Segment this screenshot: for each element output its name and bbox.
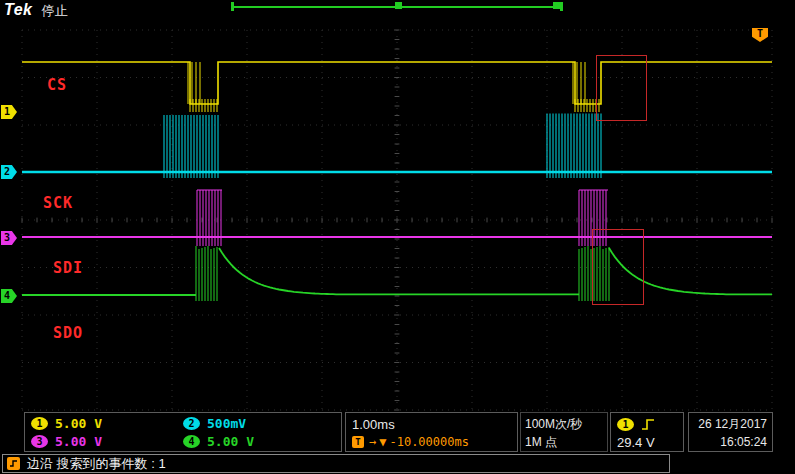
horizontal-readout[interactable]: 1.00ms T → ▼ -10.00000ms xyxy=(345,412,518,452)
channel-2-readout[interactable]: 2 500mV xyxy=(183,414,335,432)
channel-3-readout[interactable]: 3 5.00 V xyxy=(31,432,183,450)
trigger-level: 29.4 V xyxy=(617,435,655,450)
signal-label-sck: SCK xyxy=(43,194,73,212)
horizontal-delay-value: -10.00000ms xyxy=(389,435,468,449)
waveform-graticule xyxy=(0,0,795,474)
signal-label-sdo: SDO xyxy=(53,324,83,342)
time-text: 16:05:24 xyxy=(720,435,767,449)
acquisition-readout: 100M次/秒 1M 点 xyxy=(520,412,608,452)
channel-4-readout[interactable]: 4 5.00 V xyxy=(183,432,335,450)
record-view-bar xyxy=(0,0,795,14)
arrow-right-icon: → xyxy=(369,435,376,449)
channel-1-readout[interactable]: 1 5.00 V xyxy=(31,414,183,432)
channel-4-scale: 5.00 V xyxy=(207,434,254,449)
channel-scale-readouts: 1 5.00 V 2 500mV 3 5.00 V 4 5.00 V xyxy=(24,412,342,452)
trigger-t-icon: T xyxy=(352,436,364,448)
datetime-readout: 26 12月2017 16:05:24 xyxy=(688,412,773,452)
readout-bar: 1 5.00 V 2 500mV 3 5.00 V 4 5.00 V 1.00m… xyxy=(0,412,795,453)
channel-1-badge: 1 xyxy=(31,417,48,430)
channel-4-badge: 4 xyxy=(183,435,200,448)
channel-2-scale: 500mV xyxy=(207,416,246,431)
signal-label-sdi: SDI xyxy=(53,259,83,277)
date-text: 26 12月2017 xyxy=(698,416,767,433)
search-highlight-box-1 xyxy=(596,55,647,121)
channel-3-badge: 3 xyxy=(31,435,48,448)
channel-1-number: 1 xyxy=(4,106,10,117)
search-results-text: 边沿 搜索到的事件数 : 1 xyxy=(27,455,166,473)
marker-down-icon: ▼ xyxy=(379,435,386,449)
search-highlight-box-2 xyxy=(592,229,644,305)
channel-3-number: 3 xyxy=(4,232,10,243)
channel-2-badge: 2 xyxy=(183,417,200,430)
channel-1-scale: 5.00 V xyxy=(55,416,102,431)
rising-edge-icon xyxy=(641,418,655,431)
trigger-source-badge: 1 xyxy=(617,418,634,431)
sample-rate: 100M次/秒 xyxy=(525,416,582,433)
record-length: 1M 点 xyxy=(525,434,557,451)
timebase-scale: 1.00ms xyxy=(352,417,395,432)
edge-search-icon xyxy=(7,457,20,470)
oscilloscope-ui: Tek 停止 T 1 2 3 4 CS SCK SDI SDO 1 5.00 V… xyxy=(0,0,795,474)
channel-3-scale: 5.00 V xyxy=(55,434,102,449)
signal-label-cs: CS xyxy=(47,76,67,94)
channel-4-number: 4 xyxy=(4,290,10,301)
search-results-bar[interactable]: 边沿 搜索到的事件数 : 1 xyxy=(2,454,670,473)
trigger-readout[interactable]: 1 29.4 V xyxy=(610,412,684,452)
channel-2-number: 2 xyxy=(4,166,10,177)
